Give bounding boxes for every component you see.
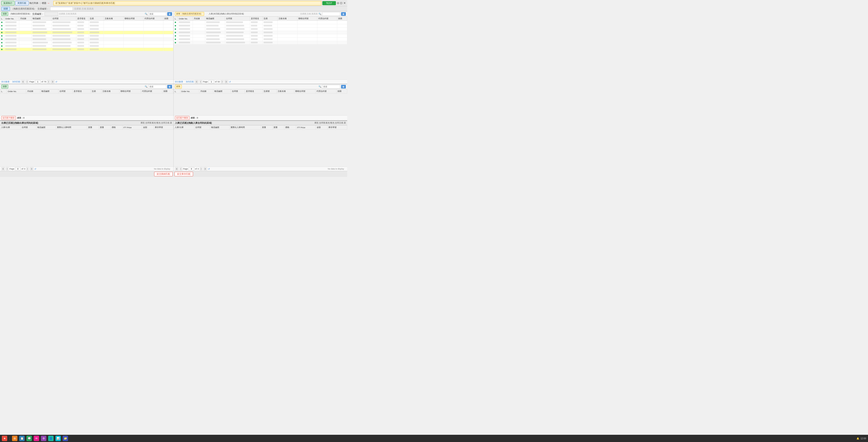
r-split-btn[interactable]: 拆分數量	[175, 80, 183, 83]
lb-refresh-icon[interactable]: ↺	[34, 168, 36, 170]
r-page-label: Page	[203, 80, 208, 83]
left-mid-table-scroll[interactable]: L. Order No. 月結鏈 物流編號 合同號 是否發送 交易 主船名稱 聯…	[0, 89, 174, 115]
lb-pag-last[interactable]: ⟩⟩	[30, 167, 33, 170]
trade-exec-button[interactable]: 貿易執行	[1, 1, 14, 5]
r-cell-trans	[262, 21, 277, 24]
table-row[interactable]	[0, 41, 174, 44]
table-row[interactable]	[0, 28, 174, 31]
left-remove-match-btn[interactable]: 從匹配中刪除	[1, 116, 16, 120]
trade-match-button[interactable]: 買賣匹配	[16, 1, 29, 5]
r-pag-first[interactable]: ⟨⟨	[195, 80, 198, 83]
rb-page-input[interactable]	[189, 167, 194, 170]
table-row[interactable]	[174, 31, 347, 34]
r-m-col-logistics: 物流編號	[213, 90, 231, 94]
table-row[interactable]	[0, 24, 174, 28]
right-search-input[interactable]	[322, 12, 340, 16]
r-page-input[interactable]	[209, 80, 214, 83]
r-pag-last[interactable]: ⟩⟩	[224, 80, 228, 83]
nav-title[interactable]: 標題	[42, 2, 46, 5]
table-row[interactable]	[174, 38, 347, 41]
lb-pag-first[interactable]: ⟨⟨	[1, 167, 5, 170]
right-bottom-header-row: 入庫/出庫 合同號 物流編號 實際出入庫時間 貨量 貨量 價格 ITT Pric…	[174, 126, 347, 130]
r-cell-logistics	[205, 38, 225, 41]
inbound-filter-hint: 庫區.合同號.船名/船名.合同主雄.基	[314, 122, 346, 124]
rb-refresh-icon[interactable]: ↺	[208, 168, 210, 170]
r-cell-order	[178, 21, 193, 24]
left-view-btn[interactable]: ▦	[167, 12, 172, 16]
left-top-table-scroll[interactable]: L. Order No. 月結鏈 物流編號 合同號 是否發送 交易 主船名稱 聯…	[0, 16, 174, 79]
add-match-btn[interactable]: 加到匹配	[12, 80, 20, 83]
rb-pag-next[interactable]: ⟩	[200, 167, 203, 170]
rb-pag-first[interactable]: ⟨⟨	[175, 167, 179, 170]
exchange-hint-label: 交易號.主雄.貿易員	[74, 7, 94, 10]
rb-pag-last[interactable]: ⟩⟩	[204, 167, 207, 170]
r-mid-search-input[interactable]	[322, 85, 340, 89]
left-trans-input[interactable]	[44, 12, 58, 16]
pag-next-btn[interactable]: ⟩	[47, 80, 50, 83]
window-controls[interactable]: ⊖ ⊡ ✕	[337, 1, 346, 5]
r-col-ship: 主船名稱	[277, 17, 297, 21]
right-remove-match-btn[interactable]: 從匹配中刪除	[175, 116, 189, 120]
table-row[interactable]	[0, 38, 174, 41]
r-cell-linked	[297, 34, 317, 38]
r-cell-contract	[225, 38, 250, 41]
left-search-input[interactable]	[148, 12, 166, 16]
right-mid-table-scroll[interactable]: L. Order No. 月結鏈 物流編號 合同號 是否發送 交易號 主船名稱 …	[174, 89, 347, 115]
pag-last-btn[interactable]: ⟩⟩	[51, 80, 55, 83]
r-cell-contract	[225, 21, 250, 24]
r-col-send: 是否發送	[250, 17, 262, 21]
r-cell-order	[178, 24, 193, 28]
r-pag-next[interactable]: ⟩	[221, 80, 223, 83]
r-mid-view-btn[interactable]: ▦	[341, 85, 346, 89]
table-row[interactable]	[0, 21, 174, 24]
table-row[interactable]	[0, 34, 174, 38]
cell-ship	[104, 28, 124, 31]
refresh-icon[interactable]: ↺	[55, 80, 57, 83]
lb-pag-next[interactable]: ⟩	[26, 167, 29, 170]
submit-match-btn[interactable]: 提交庫存匹配	[175, 172, 193, 176]
right-bottom-table-scroll[interactable]: 入庫/出庫 合同號 物流編號 實際出入庫時間 貨量 貨量 價格 ITT Pric…	[174, 125, 347, 167]
trans-input[interactable]	[50, 7, 73, 11]
buy-tab-button[interactable]: 採購	[1, 7, 10, 11]
cell-month	[19, 21, 32, 24]
r-m-col-agent: 代理合約號	[315, 90, 336, 94]
rb-pag-prev[interactable]: ⟨	[180, 167, 182, 170]
lb-pag-prev[interactable]: ⟨	[6, 167, 8, 170]
cell-buy	[163, 31, 173, 34]
test-button[interactable]: TEST	[322, 1, 336, 5]
right-bottom-section: 入庫(已匹配)(拖動入庫合同到此區域) 庫區.合同號.船名/船名.合同主雄.基 …	[174, 120, 347, 171]
nav-exec-list[interactable]: 執行列表	[29, 2, 38, 5]
right-top-table-scroll[interactable]: L. Order No. 月結鏈 物流編號 合同號 是否發送 交易 主船名稱 聯…	[174, 16, 347, 79]
table-row[interactable]	[0, 44, 174, 48]
col-month2: 月結鏈	[26, 90, 40, 94]
table-row[interactable]	[0, 31, 174, 34]
lb-page-input[interactable]	[15, 167, 21, 170]
table-row[interactable]	[0, 48, 174, 51]
r-cell-month	[193, 28, 205, 31]
r-cell-logistics	[205, 24, 225, 28]
cell-contract	[52, 41, 76, 44]
mid-view-btn[interactable]: ▦	[167, 85, 172, 89]
left-bottom-table-scroll[interactable]: 入庫/出庫 合同號 物流編號 實際出入庫時間 貨量 貨量 價格 ITT Pric…	[0, 125, 174, 167]
r-cell-linked	[297, 41, 317, 44]
table-row[interactable]	[174, 24, 347, 28]
table-row[interactable]	[174, 21, 347, 24]
sell-badge-mid: 銷售	[175, 84, 182, 89]
right-view-btn[interactable]: ▦	[341, 12, 346, 16]
r-pag-prev[interactable]: ⟨	[199, 80, 202, 83]
cell-order	[4, 24, 19, 28]
r-cell-linked	[297, 31, 317, 34]
cell-ship	[104, 34, 124, 38]
pag-first-btn[interactable]: ⟨⟨	[21, 80, 25, 83]
pag-prev-btn[interactable]: ⟨	[26, 80, 29, 83]
r-refresh-icon[interactable]: ↺	[229, 80, 231, 83]
page-input[interactable]: 1	[35, 80, 40, 83]
right-top-header-row: L. Order No. 月結鏈 物流編號 合同號 是否發送 交易 主船名稱 聯…	[174, 17, 347, 21]
table-row[interactable]	[174, 41, 347, 44]
table-row[interactable]	[174, 34, 347, 38]
table-row[interactable]	[174, 28, 347, 31]
mid-search-input[interactable]	[148, 85, 166, 89]
r-add-btn[interactable]: 加到匹配	[186, 80, 194, 83]
confirm-match-btn[interactable]: 提交購銷匹配	[154, 172, 173, 176]
split-qty-btn[interactable]: 拆分數量	[1, 80, 9, 83]
